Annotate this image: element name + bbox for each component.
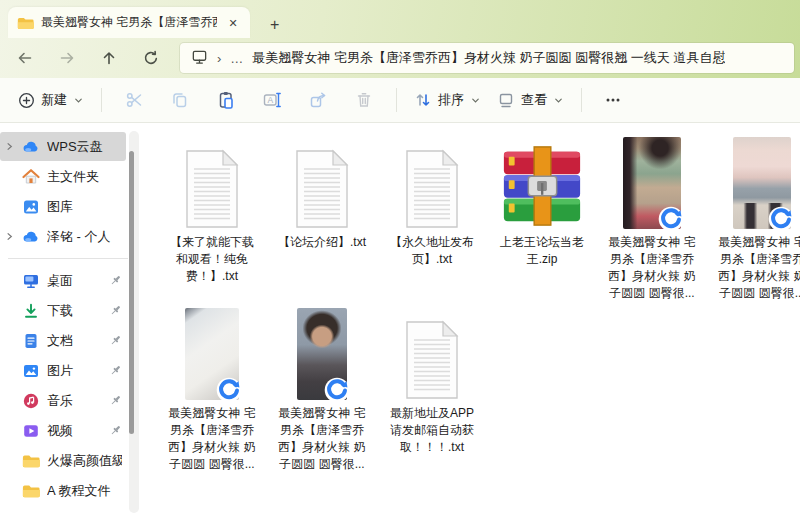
file-item-zip[interactable]: 上老王论坛当老王.zip — [490, 133, 594, 268]
file-name: 上老王论坛当老王.zip — [495, 234, 589, 268]
sidebar-item-home-folder[interactable]: 主文件夹 — [0, 162, 126, 191]
sidebar-item-wps-cloud[interactable]: WPS云盘 — [0, 132, 126, 161]
file-item-txt-2[interactable]: 【论坛介绍】.txt — [270, 133, 374, 251]
sidebar-item-label: 下载 — [47, 302, 101, 320]
chevron-right-icon[interactable] — [4, 142, 15, 151]
main-area: WPS云盘 主文件夹 图库 泽铭 - 个人 桌面 — [0, 123, 800, 520]
cut-button[interactable] — [111, 84, 157, 116]
chevron-right-icon[interactable] — [4, 232, 15, 241]
svg-text:A: A — [267, 95, 273, 105]
sidebar-scrollbar-thumb[interactable] — [129, 151, 134, 434]
rename-button[interactable]: A — [249, 84, 295, 116]
file-item-image-1[interactable]: 最美翘臀女神 宅男杀【唐泽雪乔西】身材火辣 奶子圆圆 圆臀很... — [600, 133, 704, 302]
sidebar-item-personal-cloud[interactable]: 泽铭 - 个人 — [0, 222, 126, 251]
pin-icon — [108, 334, 122, 347]
file-name: 【永久地址发布页】.txt — [385, 234, 479, 268]
sidebar-item-downloads[interactable]: 下载 — [0, 296, 126, 325]
sidebar-item-folder-hot[interactable]: 火爆高颜值級 — [0, 446, 126, 475]
sidebar-item-label: WPS云盘 — [47, 138, 122, 156]
folder-icon — [16, 14, 34, 32]
photo-thumbnail — [297, 308, 347, 400]
navigation-bar: › … 最美翘臀女神 宅男杀【唐泽雪乔西】身材火辣 奶子圆圆 圆臀很翘 一线天 … — [0, 38, 800, 78]
copy-icon — [170, 90, 190, 110]
cloud-icon — [22, 138, 40, 156]
forward-button[interactable] — [46, 42, 88, 74]
text-file-icon — [182, 149, 242, 229]
breadcrumb-chevron-icon[interactable]: › — [217, 51, 221, 66]
toolbar-divider — [396, 88, 397, 112]
music-icon — [22, 392, 40, 410]
sidebar-divider — [8, 258, 128, 259]
breadcrumb-path: 最美翘臀女神 宅男杀【唐泽雪乔西】身材火辣 奶子圆圆 圆臀很翘 一线天 道具自慰 — [252, 49, 725, 67]
sidebar-scrollbar-track[interactable] — [129, 131, 139, 513]
cloud-icon — [22, 228, 40, 246]
cloud-sync-badge-icon — [324, 377, 350, 403]
pin-icon — [108, 304, 122, 317]
file-item-txt-3[interactable]: 【永久地址发布页】.txt — [380, 133, 484, 268]
folder-tab[interactable]: 最美翘臀女神 宅男杀【唐泽雪乔西】身材火辣 奶子圆圆 圆臀很翘 一线天 道具自慰… — [8, 7, 250, 38]
close-icon[interactable]: ✕ — [224, 14, 242, 32]
file-name: 最美翘臀女神 宅男杀【唐泽雪乔西】身材火辣 奶子圆圆 圆臀很... — [605, 234, 699, 302]
view-button[interactable]: 查看 — [489, 85, 572, 115]
share-icon — [308, 90, 328, 110]
chevron-down-icon — [470, 95, 481, 106]
delete-button[interactable] — [341, 84, 387, 116]
photo-thumbnail — [733, 137, 791, 229]
sidebar-item-label: 视频 — [47, 422, 101, 440]
navigation-sidebar: WPS云盘 主文件夹 图库 泽铭 - 个人 桌面 — [0, 123, 142, 520]
file-item-image-2[interactable]: 最美翘臀女神 宅男杀【唐泽雪乔西】身材火辣 奶子圆圆 圆臀很... — [710, 133, 800, 302]
up-button[interactable] — [88, 42, 130, 74]
download-icon — [22, 302, 40, 320]
address-bar[interactable]: › … 最美翘臀女神 宅男杀【唐泽雪乔西】身材火辣 奶子圆圆 圆臀很翘 一线天 … — [180, 43, 794, 73]
tab-bar: 最美翘臀女神 宅男杀【唐泽雪乔西】身材火辣 奶子圆圆 圆臀很翘 一线天 道具自慰… — [0, 0, 800, 38]
breadcrumb-ellipsis[interactable]: … — [230, 51, 243, 66]
more-options-button[interactable] — [591, 85, 635, 115]
file-name: 最美翘臀女神 宅男杀【唐泽雪乔西】身材火辣 奶子圆圆 圆臀很... — [275, 405, 369, 473]
command-toolbar: 新建 A 排序 查看 — [0, 78, 800, 123]
view-icon — [497, 91, 515, 109]
file-name: 最美翘臀女神 宅男杀【唐泽雪乔西】身材火辣 奶子圆圆 圆臀很... — [715, 234, 800, 302]
chevron-down-icon — [73, 95, 84, 106]
new-button-label: 新建 — [41, 91, 67, 109]
window-header: 最美翘臀女神 宅男杀【唐泽雪乔西】身材火辣 奶子圆圆 圆臀很翘 一线天 道具自慰… — [0, 0, 800, 78]
pin-icon — [108, 394, 122, 407]
sidebar-item-documents[interactable]: 文档 — [0, 326, 126, 355]
sidebar-item-label: 主文件夹 — [47, 168, 122, 186]
file-item-txt-4[interactable]: 最新地址及APP请发邮箱自动获取！！！.txt — [380, 304, 484, 456]
sidebar-item-label: 泽铭 - 个人 — [47, 228, 122, 246]
copy-button[interactable] — [157, 84, 203, 116]
video-icon — [22, 422, 40, 440]
back-button[interactable] — [4, 42, 46, 74]
scissors-icon — [124, 90, 144, 110]
rename-icon: A — [262, 90, 282, 110]
sidebar-item-pictures[interactable]: 图片 — [0, 356, 126, 385]
sidebar-item-label: 图库 — [47, 198, 122, 216]
sidebar-item-label: 音乐 — [47, 392, 101, 410]
share-button[interactable] — [295, 84, 341, 116]
toolbar-divider — [101, 88, 102, 112]
paste-button[interactable] — [203, 84, 249, 116]
file-name: 最美翘臀女神 宅男杀【唐泽雪乔西】身材火辣 奶子圆圆 圆臀很... — [165, 405, 259, 473]
file-item-image-3[interactable]: 最美翘臀女神 宅男杀【唐泽雪乔西】身材火辣 奶子圆圆 圆臀很... — [160, 304, 264, 473]
sidebar-item-videos[interactable]: 视频 — [0, 416, 126, 445]
file-row: 最美翘臀女神 宅男杀【唐泽雪乔西】身材火辣 奶子圆圆 圆臀很... 最美翘臀女神… — [160, 304, 800, 473]
desktop-icon — [22, 272, 40, 290]
new-tab-button[interactable]: + — [270, 17, 279, 33]
refresh-button[interactable] — [130, 42, 172, 74]
sidebar-item-gallery[interactable]: 图库 — [0, 192, 126, 221]
sidebar-item-label: 文档 — [47, 332, 101, 350]
cloud-sync-badge-icon — [768, 206, 794, 232]
pin-icon — [108, 364, 122, 377]
sidebar-item-music[interactable]: 音乐 — [0, 386, 126, 415]
file-item-txt-1[interactable]: 【来了就能下载和观看！纯免费！】.txt — [160, 133, 264, 285]
new-button[interactable]: 新建 — [10, 85, 92, 115]
sidebar-item-label: 图片 — [47, 362, 101, 380]
sidebar-item-desktop[interactable]: 桌面 — [0, 266, 126, 295]
cloud-sync-badge-icon — [658, 206, 684, 232]
file-item-image-4[interactable]: 最美翘臀女神 宅男杀【唐泽雪乔西】身材火辣 奶子圆圆 圆臀很... — [270, 304, 374, 473]
gallery-icon — [22, 198, 40, 216]
photo-thumbnail — [185, 308, 239, 400]
sidebar-item-folder-tutorial[interactable]: A 教程文件 — [0, 476, 126, 505]
winrar-archive-icon — [499, 143, 585, 229]
sort-button[interactable]: 排序 — [406, 85, 489, 115]
